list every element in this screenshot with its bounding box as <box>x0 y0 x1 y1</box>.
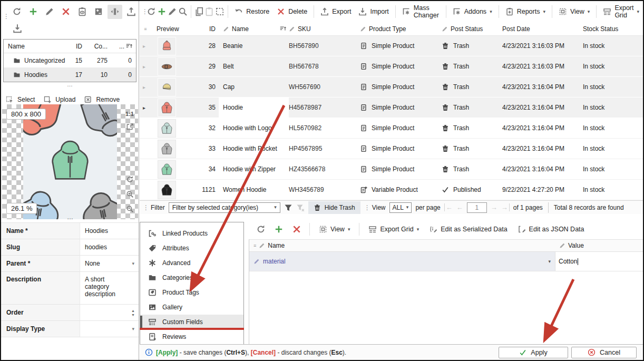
product-sku[interactable]: BH567890 <box>289 42 360 50</box>
rotate-button[interactable] <box>124 174 135 184</box>
last-page-button[interactable]: → <box>501 203 510 211</box>
delete-category-button[interactable] <box>58 5 73 19</box>
export-categories-button[interactable] <box>124 5 139 19</box>
search-button[interactable] <box>178 5 188 19</box>
tab-reviews[interactable]: Reviews <box>140 329 243 344</box>
form-field-value[interactable]: hoodies ▾ ▲▼ <box>80 239 139 255</box>
product-sku[interactable]: HL5670982 <box>289 124 360 132</box>
import-button[interactable]: Import <box>355 4 392 19</box>
refresh-button[interactable] <box>9 5 24 19</box>
prev-page-button[interactable]: ← <box>456 203 463 211</box>
spinner-down-icon[interactable]: ▼ <box>131 313 135 317</box>
product-sku[interactable]: WH3456789 <box>289 186 360 193</box>
per-page-select[interactable]: ALL▾ <box>389 202 412 213</box>
product-name[interactable]: Beanie <box>219 36 289 56</box>
zoom-in-button[interactable] <box>124 189 135 199</box>
product-name[interactable]: Women Hoodie <box>219 180 289 200</box>
export-grid-button[interactable]: Export Grid▾ <box>365 222 423 237</box>
remove-image-button[interactable]: Remove <box>84 95 120 104</box>
apply-filter-icon[interactable] <box>284 203 292 212</box>
refresh-button[interactable] <box>253 222 268 237</box>
column-header-name[interactable]: ≡Name <box>249 242 555 249</box>
product-row[interactable]: ▸ 1121 Women Hoodie WH3456789 Variable P… <box>140 180 643 200</box>
product-sku[interactable]: BH567678 <box>289 63 360 70</box>
product-row[interactable]: ▸ 29 Belt BH567678 Simple Product Trash … <box>140 56 643 77</box>
product-name[interactable]: Hoodie with Pocket <box>219 139 289 159</box>
custom-field-row[interactable]: material ▾ Cotton <box>249 252 643 271</box>
column-header-name[interactable]: Name <box>219 25 289 33</box>
tab-gallery[interactable]: Gallery <box>140 300 243 315</box>
add-category-button[interactable] <box>26 5 41 19</box>
product-sku[interactable]: WH567690 <box>289 83 360 91</box>
mass-changer-button[interactable]: Mass Changer <box>398 4 443 19</box>
product-sku[interactable]: HZ43566678 <box>289 165 360 173</box>
reports-button[interactable]: Reports▾ <box>502 4 549 19</box>
view-button[interactable]: View▾ <box>555 4 593 19</box>
zoom-out-button[interactable] <box>124 203 135 214</box>
sort-icon[interactable] <box>125 43 133 50</box>
upload-image-button[interactable]: Upload <box>43 95 75 104</box>
product-row[interactable]: ▸ 32 Hoodie with Logo HL5670982 Simple P… <box>140 118 643 139</box>
product-row[interactable]: ▸ 30 Cap WH567690 Simple Product Trash 4… <box>140 77 643 97</box>
open-external-button[interactable] <box>124 121 135 132</box>
form-field-value[interactable]: A short category description ▾ ▲▼ <box>80 272 139 304</box>
edit-serialized-button[interactable]: Edit as Serialized Data <box>425 222 511 237</box>
product-sku[interactable]: HP4567895 <box>289 145 360 152</box>
actual-size-button[interactable]: 1:1 <box>124 109 135 119</box>
split-columns-button[interactable] <box>108 5 122 19</box>
tab-product-tags[interactable]: Product Tags <box>140 285 243 300</box>
sort-icon[interactable] <box>279 25 287 33</box>
custom-field-name-cell[interactable]: material ▾ <box>249 252 555 271</box>
export-button[interactable]: Export <box>317 4 355 19</box>
product-name[interactable]: Hoodie with Zipper <box>219 159 289 179</box>
column-header-name[interactable]: Name <box>4 43 66 50</box>
import-categories-button[interactable] <box>9 22 25 36</box>
column-header-id[interactable]: ID <box>199 25 219 33</box>
toolbar-drag-handle[interactable]: ⋮ <box>364 205 368 210</box>
product-name[interactable]: Cap <box>219 77 289 97</box>
row-expander-icon[interactable]: ▸ <box>140 84 151 90</box>
image-adjust-button[interactable] <box>91 5 106 19</box>
product-sku[interactable]: H45678987 <box>289 104 360 111</box>
add-product-button[interactable] <box>157 5 167 19</box>
select-image-button[interactable]: Select <box>5 95 35 104</box>
hide-trash-button[interactable]: Hide Trash <box>308 201 360 214</box>
tab-attributes[interactable]: Attributes <box>140 241 243 256</box>
column-header-status[interactable]: Post Status <box>442 25 502 33</box>
custom-field-value-cell[interactable]: Cotton <box>555 252 643 271</box>
filter-select[interactable]: Filter by selected category(ies)▾ <box>169 202 280 213</box>
row-expander-icon[interactable]: ▸ <box>140 43 151 49</box>
column-header-id[interactable]: ID <box>66 43 86 50</box>
product-row[interactable]: ▸ 35 Hoodie H45678987 Simple Product Tra… <box>140 97 643 118</box>
column-header-count[interactable]: Co... <box>86 43 112 50</box>
image-preview[interactable]: 800 x 800 26.1 % 1:1 … <box>2 104 138 219</box>
export-grid-button[interactable]: Export Grid▾ <box>599 4 643 19</box>
column-header-stock[interactable]: Stock Status <box>583 25 643 33</box>
refresh-button[interactable] <box>146 5 157 19</box>
restore-button[interactable]: Restore <box>231 4 273 19</box>
copy-button[interactable] <box>194 5 204 19</box>
preview-mode-button[interactable] <box>75 5 90 19</box>
first-page-button[interactable]: ← <box>444 203 453 211</box>
edit-category-button[interactable] <box>42 5 57 19</box>
form-field-value[interactable]: ▾ ▲▼ <box>80 321 139 337</box>
addons-button[interactable]: Addons▾ <box>449 4 496 19</box>
page-number-input[interactable] <box>467 202 487 213</box>
form-field-value[interactable]: None ▾ ▲▼ <box>80 256 139 271</box>
tab-categories[interactable]: Categories <box>140 270 243 285</box>
delete-field-button[interactable] <box>289 222 304 237</box>
category-tree-header[interactable]: Name ID Co... ... <box>4 40 136 53</box>
paste-special-button[interactable] <box>214 5 225 19</box>
chevron-down-icon[interactable]: ▾ <box>548 259 551 264</box>
view-button[interactable]: View▾ <box>315 222 354 237</box>
tree-resize-handle[interactable]: … <box>1 82 139 87</box>
column-header-sku[interactable]: SKU <box>289 25 360 33</box>
preview-resize-handle[interactable]: … <box>67 213 73 219</box>
tab-advanced[interactable]: Advanced <box>140 256 243 270</box>
tab-custom-fields[interactable]: Custom Fields <box>140 315 243 329</box>
next-page-button[interactable]: → <box>491 203 497 211</box>
edit-json-button[interactable]: Edit as JSON Data <box>514 222 588 237</box>
column-header-extra[interactable]: ... <box>112 43 136 50</box>
row-expander-icon[interactable]: ▸ <box>140 105 151 111</box>
row-expander-icon[interactable]: ▸ <box>140 64 151 70</box>
